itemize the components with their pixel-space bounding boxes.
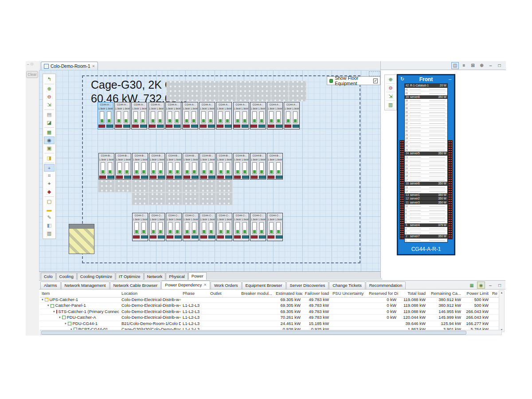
panel-tab-network-cable-browser[interactable]: Network Cable Browser (110, 282, 161, 289)
perforated-tile[interactable] (216, 180, 233, 192)
floor-rack[interactable]: CG44-A-..1.9kW 1.9kW (250, 102, 266, 129)
view-tab-power[interactable]: Power (188, 272, 207, 280)
perforated-tile[interactable] (165, 192, 182, 205)
column-header[interactable]: Reserved for Di... (367, 290, 398, 297)
rack-unit-slot[interactable]: 26 (405, 144, 447, 148)
floor-rack[interactable]: CG44-A-..1.9kW 1.9kW (98, 102, 113, 129)
floor-rack[interactable]: CG44-A-..1.9kW 1.9kW (284, 102, 300, 129)
floor-rack[interactable]: CG44-B-..1.9kW 1.9kW (233, 153, 249, 180)
column-header[interactable]: Total load (398, 290, 427, 297)
panel-tab-network-management[interactable]: Network Management (61, 282, 110, 289)
globe-icon[interactable]: ⊕ (478, 62, 485, 69)
floor-rack[interactable]: CG44-C-..1.9kW 1.9kW (166, 213, 182, 241)
column-header[interactable]: Remaining Ca... (427, 290, 463, 297)
rack-unit-slot[interactable]: 9 (405, 208, 447, 212)
maximize-icon[interactable]: □ (496, 62, 503, 69)
perforated-tile[interactable] (184, 81, 201, 102)
rack-unit-slot[interactable]: 32 (405, 121, 447, 125)
zoom-out-icon[interactable]: ⊖ (44, 93, 55, 101)
panel-tab-server-discoveries[interactable]: Server Discoveries (286, 282, 329, 289)
perforated-tile[interactable] (271, 81, 289, 102)
export-icon[interactable]: ◪ (44, 119, 55, 126)
rack-equipment-slot[interactable]: 39server8350 W (405, 95, 447, 99)
floor-rack[interactable]: CG44-B-..1.9kW 1.9kW (132, 153, 148, 180)
column-header[interactable]: Failover load (302, 290, 331, 297)
rack-unit-slot[interactable]: 38 (405, 99, 447, 103)
perforated-tile[interactable] (219, 81, 236, 102)
rack-unit-slot[interactable]: 21 (405, 163, 447, 167)
panel-tab-recommendation[interactable]: Recommendation (366, 282, 406, 289)
collapse-icon[interactable]: – (449, 76, 451, 82)
rack-unit-slot[interactable]: 4 (405, 227, 447, 231)
minimize-icon[interactable]: – (487, 62, 494, 69)
tree-expand-icon[interactable]: ▾ (47, 303, 49, 308)
floorplan-canvas[interactable]: Cage-G30, 2K Games 60.46 kW, 732.09 ft² … (39, 70, 380, 271)
tile-fill-icon[interactable]: ▬ (44, 206, 55, 213)
select-area-icon[interactable]: ⌗ (44, 172, 55, 180)
rack-elevation[interactable]: ↻ Front – 42R-1-Catalyst-120 W414039serv… (397, 74, 455, 255)
panel-tab-work-orders[interactable]: Work Orders (211, 282, 242, 289)
note-icon[interactable]: ◧ (44, 222, 55, 229)
rack-unit-slot[interactable]: 19 (405, 171, 447, 175)
floor-rack[interactable]: CG44-B-..1.9kW 1.9kW (216, 153, 232, 180)
rack-unit-slot[interactable]: 27 (405, 141, 447, 145)
clear-button[interactable]: Clear (26, 71, 38, 78)
floor-rack[interactable]: CG44-C-..1.9kW 1.9kW (216, 213, 232, 241)
floor-rack[interactable]: CG44-B-..1.9kW 1.9kW (183, 153, 199, 180)
rack-unit-slot[interactable]: 36 (405, 106, 447, 110)
rack-unit-slot[interactable]: 10 (405, 204, 447, 208)
floor-rack[interactable]: CG44-B-..1.9kW 1.9kW (149, 153, 165, 180)
column-header[interactable]: Estimated load (274, 290, 302, 297)
floor-rack[interactable]: CG44-A-..1.9kW 1.9kW (131, 102, 147, 129)
floor-rack[interactable]: CG44-C-..1.9kW 1.9kW (149, 213, 165, 241)
hierarchy-icon[interactable]: ⊞ (469, 62, 477, 69)
rack-equipment-slot[interactable]: 24server5350 W (405, 152, 447, 156)
floor-rack[interactable]: CG44-A-..1.9kW 1.9kW (233, 102, 249, 129)
perforated-tile[interactable] (199, 180, 216, 192)
close-tab-icon[interactable]: ✕ (203, 281, 207, 289)
console-icon[interactable]: ▦ (468, 282, 476, 289)
list-icon[interactable]: ▥ (44, 230, 55, 237)
inspect-icon[interactable]: ◉ (477, 282, 485, 289)
floor-rack[interactable]: CG44-A-..1.9kW 1.9kW (216, 102, 232, 129)
rack-unit-slot[interactable]: 20 (405, 167, 447, 171)
panel-tab-alarms[interactable]: Alarms (40, 282, 61, 289)
rack-unit-slot[interactable]: 3 (405, 231, 447, 235)
show-floor-equipment-toggle[interactable]: Show Floor Equipment ✓ (327, 76, 380, 85)
rack-equipment-slot[interactable]: 2server7350 W (405, 235, 447, 239)
scroll-up-icon[interactable]: ▴ (499, 291, 504, 294)
print-icon[interactable]: ▤ (44, 111, 55, 118)
table-row[interactable]: ▾STS-Catcher-1 (Primary ConnecColo-Demo-… (40, 309, 499, 315)
tree-expand-icon[interactable]: ▾ (53, 309, 55, 314)
floor-rack[interactable]: CG44-C-..1.9kW 1.9kW (267, 213, 283, 241)
floor-rack[interactable]: CG44-A-..1.9kW 1.9kW (149, 102, 164, 129)
pin-icon[interactable]: ⌖ (44, 180, 55, 188)
rack-unit-slot[interactable]: 23 (405, 156, 447, 160)
rack-unit-slot[interactable]: 25 (405, 148, 447, 152)
zoom-out-icon[interactable]: ⊖ (386, 84, 395, 92)
view-tab-it-optimize[interactable]: IT Optimize (116, 273, 143, 280)
view-tab-cooling-optimize[interactable]: Cooling Optimize (77, 273, 115, 280)
minimize-icon[interactable]: – (27, 62, 29, 66)
floor-rack[interactable]: CG44-A-..1.9kW 1.9kW (182, 102, 198, 129)
view-tab-cooling[interactable]: Cooling (56, 273, 77, 280)
checkbox-checked-icon[interactable]: ✓ (373, 78, 378, 83)
zoom-in-icon[interactable]: ⊕ (386, 76, 395, 84)
rack-unit-slot[interactable]: 15 (405, 186, 447, 190)
paint-icon[interactable]: ◆ (44, 188, 55, 196)
floor-rack[interactable]: CG44-C-..1.9kW 1.9kW (233, 213, 249, 241)
floor-rack[interactable]: CG44-B-..1.9kW 1.9kW (250, 153, 266, 180)
floor-rack[interactable]: CG44-B-..1.9kW 1.9kW (166, 153, 182, 180)
panel-tab-power-dependency[interactable]: Power Dependency✕ (161, 281, 210, 289)
maximize-icon[interactable]: □ (496, 282, 504, 289)
perforated-tile[interactable] (132, 192, 149, 205)
perforated-tile[interactable] (201, 81, 219, 102)
rack-equipment-slot[interactable]: 16server6350 W (405, 182, 447, 186)
floor-rack[interactable]: CG44-A-..1.9kW 1.9kW (114, 102, 130, 129)
perforated-tile[interactable] (199, 192, 216, 205)
column-header[interactable]: Breaker modul... (239, 290, 274, 297)
rack-unit-slot[interactable]: 37 (405, 103, 447, 107)
table-row[interactable]: ▾PDU-Catcher-AColo-Demo-Electrical-Distr… (40, 315, 499, 321)
tree-expand-icon[interactable]: ▾ (59, 315, 61, 320)
floor-rack[interactable]: CG44-B-..1.9kW 1.9kW (115, 153, 131, 180)
